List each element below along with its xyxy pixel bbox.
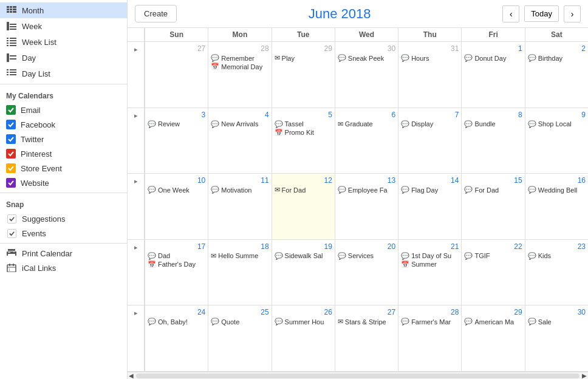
- event-3-4-1[interactable]: 💬Employee Fa: [338, 186, 395, 194]
- event-3-2-1[interactable]: 💬Motivation: [211, 186, 268, 194]
- day-cell-3-4[interactable]: 13💬Employee Fa: [335, 174, 398, 239]
- sidebar-item-week-list[interactable]: Week List: [0, 34, 127, 50]
- event-5-4-1[interactable]: ✉Stars & Stripe: [338, 318, 395, 326]
- event-1-7-1[interactable]: 💬Birthday: [528, 54, 586, 62]
- day-cell-4-6[interactable]: 22💬TGIF: [461, 240, 524, 306]
- event-1-2-1[interactable]: 💬Remember: [211, 54, 268, 62]
- snap-item-events[interactable]: Events: [0, 226, 127, 241]
- calendar-item-store-event[interactable]: Store Event: [0, 161, 127, 176]
- day-cell-2-2[interactable]: 4💬New Arrivals: [208, 108, 271, 174]
- day-cell-3-6[interactable]: 15💬For Dad: [461, 174, 524, 239]
- week-expand-5[interactable]: ▸: [128, 306, 145, 371]
- calendar-item-pinterest[interactable]: Pinterest: [0, 146, 127, 161]
- store-event-checkbox[interactable]: [6, 163, 16, 173]
- event-2-3-1[interactable]: 💬Tassel: [275, 120, 332, 128]
- week-expand-4[interactable]: ▸: [128, 240, 145, 306]
- calendar-item-email[interactable]: Email: [0, 103, 127, 117]
- event-4-1-2[interactable]: 📅Father's Day: [148, 261, 205, 268]
- event-5-3-1[interactable]: 💬Summer Hou: [275, 318, 332, 326]
- day-cell-2-7[interactable]: 9💬Shop Local: [525, 108, 588, 174]
- day-cell-5-7[interactable]: 30💬Sale: [525, 306, 588, 371]
- event-5-7-1[interactable]: 💬Sale: [528, 318, 586, 326]
- day-cell-1-7[interactable]: 2💬Birthday: [525, 42, 588, 108]
- event-4-1-1[interactable]: 💬Dad: [148, 252, 205, 260]
- day-cell-1-6[interactable]: 1💬Donut Day: [461, 42, 524, 108]
- day-cell-2-1[interactable]: 3💬Review: [145, 108, 208, 174]
- event-2-4-1[interactable]: ✉Graduate: [338, 120, 395, 128]
- day-cell-2-6[interactable]: 8💬Bundle: [461, 108, 524, 174]
- website-checkbox[interactable]: [6, 178, 16, 188]
- event-2-2-1[interactable]: 💬New Arrivals: [211, 120, 268, 128]
- event-2-5-1[interactable]: 💬Display: [401, 120, 459, 128]
- day-cell-3-7[interactable]: 16💬Wedding Bell: [525, 174, 588, 239]
- event-2-7-1[interactable]: 💬Shop Local: [528, 120, 586, 128]
- event-5-5-1[interactable]: 💬Farmer's Mar: [401, 318, 459, 326]
- day-cell-5-1[interactable]: 24💬Oh, Baby!: [145, 306, 208, 371]
- today-button[interactable]: Today: [524, 5, 559, 22]
- day-cell-5-6[interactable]: 29💬American Ma: [461, 306, 524, 371]
- day-cell-5-3[interactable]: 26💬Summer Hou: [272, 306, 335, 371]
- sidebar-item-month[interactable]: Month: [0, 2, 127, 18]
- day-cell-3-1[interactable]: 10💬One Week: [145, 174, 208, 239]
- event-3-1-1[interactable]: 💬One Week: [148, 186, 205, 194]
- day-cell-5-2[interactable]: 25💬Quote: [208, 306, 271, 371]
- day-cell-1-4[interactable]: 30💬Sneak Peek: [335, 42, 398, 108]
- day-cell-4-4[interactable]: 20💬Services: [335, 240, 398, 306]
- sidebar-item-week[interactable]: Week: [0, 18, 127, 34]
- snap-item-print-calendar[interactable]: Print Calendar: [0, 246, 127, 261]
- day-cell-2-5[interactable]: 7💬Display: [398, 108, 461, 174]
- day-cell-5-4[interactable]: 27✉Stars & Stripe: [335, 306, 398, 371]
- day-cell-1-1[interactable]: 27: [145, 42, 208, 108]
- event-4-5-2[interactable]: 📅Summer: [401, 261, 459, 268]
- day-cell-4-5[interactable]: 21💬1st Day of Su📅Summer: [398, 240, 461, 306]
- event-5-1-1[interactable]: 💬Oh, Baby!: [148, 318, 205, 326]
- week-expand-3[interactable]: ▸: [128, 174, 145, 239]
- day-cell-1-2[interactable]: 28💬Remember📅Memorial Day: [208, 42, 271, 108]
- event-4-6-1[interactable]: 💬TGIF: [464, 252, 522, 260]
- event-1-5-1[interactable]: 💬Hours: [401, 54, 459, 62]
- event-5-6-1[interactable]: 💬American Ma: [464, 318, 522, 326]
- event-2-1-1[interactable]: 💬Review: [148, 120, 205, 128]
- calendar-item-facebook[interactable]: Facebook: [0, 117, 127, 132]
- scroll-left-arrow[interactable]: ◀: [128, 372, 135, 380]
- event-3-3-1[interactable]: ✉For Dad: [275, 186, 332, 194]
- sidebar-item-day-list[interactable]: Day List: [0, 66, 127, 81]
- email-checkbox[interactable]: [6, 105, 16, 115]
- day-cell-3-2[interactable]: 11💬Motivation: [208, 174, 271, 239]
- event-4-4-1[interactable]: 💬Services: [338, 252, 395, 260]
- event-4-2-1[interactable]: ✉Hello Summe: [211, 252, 268, 260]
- day-cell-2-3[interactable]: 5💬Tassel📅Promo Kit: [272, 108, 335, 174]
- day-cell-5-5[interactable]: 28💬Farmer's Mar: [398, 306, 461, 371]
- week-expand-1[interactable]: ▸: [128, 42, 145, 108]
- day-cell-1-5[interactable]: 31💬Hours: [398, 42, 461, 108]
- day-cell-3-3[interactable]: 12✉For Dad: [272, 174, 335, 239]
- pinterest-checkbox[interactable]: [6, 149, 16, 159]
- snap-item-suggestions[interactable]: Suggestions: [0, 211, 127, 226]
- event-3-7-1[interactable]: 💬Wedding Bell: [528, 186, 586, 194]
- day-cell-3-5[interactable]: 14💬Flag Day: [398, 174, 461, 239]
- day-cell-4-1[interactable]: 17💬Dad📅Father's Day: [145, 240, 208, 306]
- snap-item-ical-links[interactable]: 1 iCal Links: [0, 261, 127, 275]
- event-5-2-1[interactable]: 💬Quote: [211, 318, 268, 326]
- event-1-3-1[interactable]: ✉Play: [275, 54, 332, 62]
- scroll-right-arrow[interactable]: ▶: [581, 372, 588, 380]
- day-cell-4-2[interactable]: 18✉Hello Summe: [208, 240, 271, 306]
- event-4-3-1[interactable]: 💬Sidewalk Sal: [275, 252, 332, 260]
- event-3-6-1[interactable]: 💬For Dad: [464, 186, 522, 194]
- day-cell-4-3[interactable]: 19💬Sidewalk Sal: [272, 240, 335, 306]
- calendar-item-website[interactable]: Website: [0, 176, 127, 190]
- sidebar-item-day[interactable]: Day: [0, 50, 127, 66]
- next-month-button[interactable]: ›: [564, 5, 581, 22]
- event-4-7-1[interactable]: 💬Kids: [528, 252, 586, 260]
- week-expand-2[interactable]: ▸: [128, 108, 145, 174]
- event-4-5-1[interactable]: 💬1st Day of Su: [401, 252, 459, 260]
- facebook-checkbox[interactable]: [6, 120, 16, 129]
- event-1-4-1[interactable]: 💬Sneak Peek: [338, 54, 395, 62]
- event-1-6-1[interactable]: 💬Donut Day: [464, 54, 522, 62]
- create-button[interactable]: Create: [135, 5, 177, 22]
- event-2-6-1[interactable]: 💬Bundle: [464, 120, 522, 128]
- event-1-2-2[interactable]: 📅Memorial Day: [211, 63, 268, 70]
- day-cell-4-7[interactable]: 23💬Kids: [525, 240, 588, 306]
- prev-month-button[interactable]: ‹: [502, 5, 519, 22]
- twitter-checkbox[interactable]: [6, 134, 16, 144]
